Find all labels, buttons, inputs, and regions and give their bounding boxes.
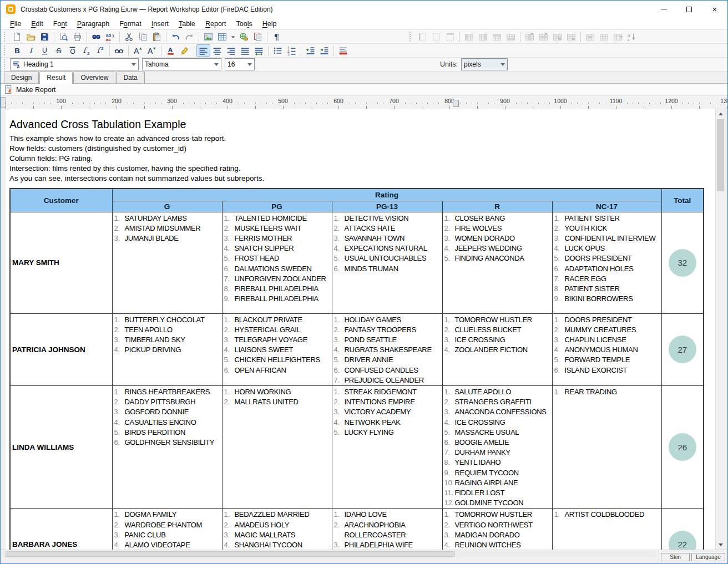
paste-icon[interactable]: [150, 31, 164, 43]
menu-insert[interactable]: Insert: [146, 19, 174, 29]
underline-icon[interactable]: U: [38, 44, 52, 57]
scroll-down-button[interactable]: [716, 540, 725, 550]
delete-row-icon[interactable]: [537, 31, 550, 43]
fit-width-icon[interactable]: [252, 44, 266, 57]
paragraph-color-icon[interactable]: [336, 44, 350, 57]
align-justify-icon[interactable]: [238, 44, 252, 57]
border-none-icon[interactable]: [429, 31, 443, 43]
outdent-icon[interactable]: [304, 44, 317, 57]
copy-icon[interactable]: [136, 31, 150, 43]
overline-icon[interactable]: O: [65, 44, 79, 57]
menu-file[interactable]: File: [5, 19, 26, 29]
shrink-font-icon[interactable]: A: [145, 44, 159, 57]
make-report-button[interactable]: Make Report: [16, 86, 56, 94]
delete-column-icon[interactable]: [523, 31, 537, 43]
menu-paragraph[interactable]: Paragraph: [72, 19, 114, 29]
insert-table-icon[interactable]: [215, 31, 229, 43]
film-item: 6.OPEN AFRICAN: [224, 365, 331, 375]
film-item: 9.REQUIEM TYCOON: [444, 468, 551, 478]
tab-result[interactable]: Result: [39, 72, 73, 84]
menu-table[interactable]: Table: [174, 19, 200, 29]
insert-column-right-icon[interactable]: [476, 31, 490, 43]
table-dropdown-icon[interactable]: [229, 31, 237, 43]
toolbar-grip[interactable]: [4, 45, 7, 55]
paragraph-style-combo[interactable]: a Heading 1: [10, 58, 139, 70]
language-button[interactable]: Language: [691, 553, 725, 561]
undo-icon[interactable]: [169, 31, 183, 43]
total-cell: 27: [661, 313, 704, 385]
find-icon[interactable]: [89, 31, 103, 43]
horizontal-scroll-thumb[interactable]: [6, 551, 455, 557]
toolbar-grip[interactable]: [410, 32, 413, 42]
menu-tools[interactable]: Tools: [231, 19, 257, 29]
redo-icon[interactable]: [183, 31, 196, 43]
minimize-button[interactable]: [651, 1, 676, 18]
copy-document-icon[interactable]: [251, 31, 265, 43]
formatting-marks-icon[interactable]: ¶: [270, 31, 284, 43]
vertical-scrollbar[interactable]: [715, 109, 725, 550]
align-left-icon[interactable]: [196, 44, 210, 57]
film-list-cell: 1.REAR TRADING: [552, 385, 661, 508]
insert-row-above-icon[interactable]: [490, 31, 504, 43]
open-file-icon[interactable]: [24, 31, 38, 43]
font-name-combo[interactable]: Tahoma: [142, 58, 221, 70]
align-center-icon[interactable]: [210, 44, 224, 57]
units-combo[interactable]: pixels: [461, 58, 508, 70]
superscript-icon[interactable]: f2: [93, 44, 107, 57]
toolbar-grip[interactable]: [4, 59, 7, 69]
border-top-icon[interactable]: [443, 31, 457, 43]
tab-design[interactable]: Design: [4, 72, 39, 83]
bullet-list-icon[interactable]: [271, 44, 285, 57]
font-color-icon[interactable]: A: [164, 44, 178, 57]
close-button[interactable]: ×: [702, 1, 727, 18]
italic-icon[interactable]: I: [24, 44, 38, 57]
paragraph-style-value: Heading 1: [23, 60, 54, 68]
bold-icon[interactable]: B: [10, 44, 24, 57]
customer-name: LINDA WILLIAMS: [10, 385, 112, 508]
film-item: 2.FIRE WOLVES: [444, 223, 551, 233]
insert-hyperlink-icon[interactable]: [237, 31, 251, 43]
menu-format[interactable]: Format: [114, 19, 146, 29]
find-replace-icon[interactable]: abac: [103, 31, 117, 43]
glasses-icon[interactable]: [112, 44, 126, 57]
save-file-icon[interactable]: [38, 31, 52, 43]
ruler-marker[interactable]: [453, 100, 459, 107]
insert-column-left-icon[interactable]: [462, 31, 476, 43]
make-report-icon: [4, 85, 16, 94]
vertical-scroll-thumb[interactable]: [717, 119, 724, 191]
maximize-button[interactable]: [676, 1, 702, 18]
skin-button[interactable]: Skin: [661, 553, 690, 561]
insert-row-below-icon[interactable]: [504, 31, 518, 43]
merge-cells-icon[interactable]: [583, 31, 597, 43]
toolbar-grip[interactable]: [4, 32, 7, 42]
sort-ascending-icon[interactable]: az: [625, 31, 639, 43]
grow-font-icon[interactable]: A: [131, 44, 145, 57]
border-left-icon[interactable]: [416, 31, 429, 43]
print-icon[interactable]: [70, 31, 84, 43]
indent-icon[interactable]: [317, 44, 331, 57]
cell-properties-icon[interactable]: [564, 31, 578, 43]
align-right-icon[interactable]: [224, 44, 238, 57]
tab-data[interactable]: Data: [116, 72, 144, 83]
document-page[interactable]: Advanced Cross Tabulation Example This e…: [1, 109, 715, 550]
scroll-up-button[interactable]: [716, 109, 725, 119]
print-preview-icon[interactable]: [57, 31, 70, 43]
split-cells-icon[interactable]: [597, 31, 611, 43]
menu-font[interactable]: Font: [48, 19, 72, 29]
highlight-icon[interactable]: [178, 44, 191, 57]
cut-icon[interactable]: [122, 31, 136, 43]
numbered-list-icon[interactable]: 1.2.3.: [285, 44, 299, 57]
table-row: PATRICIA JOHNSON1.BUTTERFLY CHOCOLAT2.TE…: [10, 313, 704, 385]
delete-table-icon[interactable]: [550, 31, 564, 43]
horizontal-scrollbar[interactable]: [1, 551, 656, 557]
menu-help[interactable]: Help: [257, 19, 282, 29]
autofit-table-icon[interactable]: [611, 31, 625, 43]
new-document-icon[interactable]: [10, 31, 24, 43]
menu-edit[interactable]: Edit: [26, 19, 48, 29]
tab-overview[interactable]: Overview: [73, 72, 115, 83]
font-size-combo[interactable]: 16: [225, 58, 255, 70]
menu-report[interactable]: Report: [200, 19, 231, 29]
subscript-icon[interactable]: f2: [79, 44, 93, 57]
strikethrough-icon[interactable]: S: [52, 44, 65, 57]
insert-image-icon[interactable]: [201, 31, 215, 43]
